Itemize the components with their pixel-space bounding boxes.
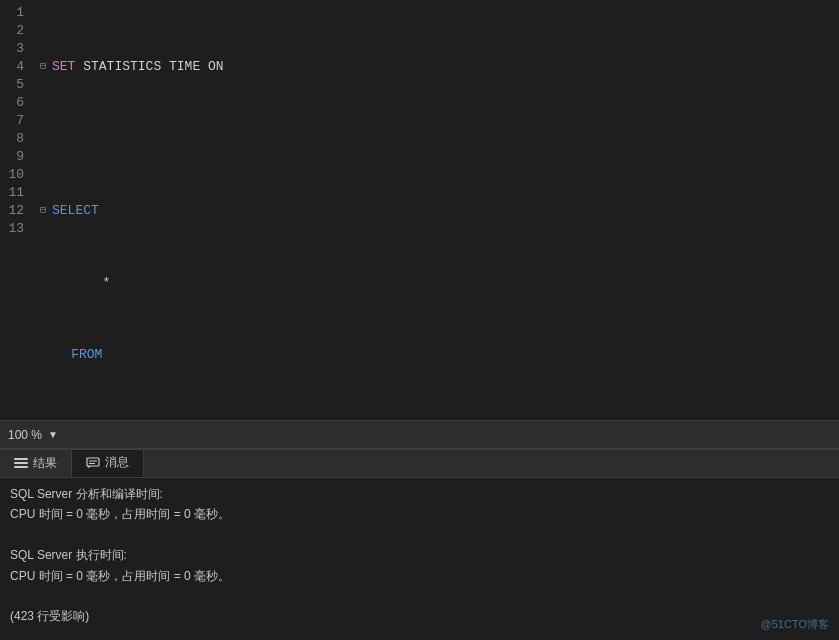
kw-from-1: FROM: [40, 346, 102, 364]
code-lines[interactable]: ⊟ SET STATISTICS TIME ON ⊟ SELECT * FROM: [32, 4, 839, 420]
code-container: 1 2 3 4 5 6 7 8 9 10 11 12 13 ⊟ SET STAT…: [0, 0, 839, 420]
kw-set: SET: [52, 58, 75, 76]
tab-messages-label: 消息: [105, 454, 129, 471]
line-num-7: 7: [0, 112, 24, 130]
msg-line-8: [10, 627, 829, 640]
fold-icon-1[interactable]: ⊟: [40, 58, 52, 76]
msg-line-1: SQL Server 分析和编译时间:: [10, 484, 829, 504]
msg-line-7: (423 行受影响): [10, 606, 829, 626]
tab-results[interactable]: 结果: [0, 450, 72, 477]
code-line-1: ⊟ SET STATISTICS TIME ON: [40, 58, 839, 76]
msg-line-6: [10, 586, 829, 606]
zoom-dropdown[interactable]: ▼: [46, 429, 60, 440]
code-line-5: FROM: [40, 346, 839, 364]
editor-area: 1 2 3 4 5 6 7 8 9 10 11 12 13 ⊟ SET STAT…: [0, 0, 839, 420]
line-num-9: 9: [0, 148, 24, 166]
svg-rect-2: [14, 466, 28, 468]
line-num-12: 12: [0, 202, 24, 220]
code-line-3: ⊟ SELECT: [40, 202, 839, 220]
line-num-6: 6: [0, 94, 24, 112]
svg-rect-0: [14, 458, 28, 460]
tab-messages[interactable]: 消息: [72, 450, 144, 477]
messages-icon: [86, 457, 100, 469]
results-content[interactable]: SQL Server 分析和编译时间: CPU 时间 = 0 毫秒，占用时间 =…: [0, 478, 839, 640]
line-num-4: 4: [0, 58, 24, 76]
code-star: *: [40, 274, 110, 292]
results-panel: 结果 消息 SQL Server 分析和编译时间: CPU 时间 = 0 毫秒，…: [0, 448, 839, 640]
zoom-level: 100 %: [8, 428, 42, 442]
line-num-1: 1: [0, 4, 24, 22]
code-line-2: [40, 130, 839, 148]
code-line-6: (: [40, 418, 839, 420]
line-num-5: 5: [0, 76, 24, 94]
code-paren-open: (: [40, 418, 110, 420]
svg-rect-1: [14, 462, 28, 464]
svg-rect-3: [87, 458, 99, 466]
msg-line-2: CPU 时间 = 0 毫秒，占用时间 = 0 毫秒。: [10, 504, 829, 524]
line-num-11: 11: [0, 184, 24, 202]
code-line-4: *: [40, 274, 839, 292]
line-num-8: 8: [0, 130, 24, 148]
kw-select-1: SELECT: [52, 202, 99, 220]
msg-line-5: CPU 时间 = 0 毫秒，占用时间 = 0 毫秒。: [10, 566, 829, 586]
msg-line-3: [10, 525, 829, 545]
line-num-3: 3: [0, 40, 24, 58]
tab-results-label: 结果: [33, 455, 57, 472]
bottom-bar: 100 % ▼: [0, 420, 839, 448]
line-numbers: 1 2 3 4 5 6 7 8 9 10 11 12 13: [0, 4, 32, 420]
msg-line-4: SQL Server 执行时间:: [10, 545, 829, 565]
line-num-2: 2: [0, 22, 24, 40]
results-tabs: 结果 消息: [0, 450, 839, 478]
results-icon: [14, 458, 28, 470]
line-num-13: 13: [0, 220, 24, 238]
fold-icon-3[interactable]: ⊟: [40, 202, 52, 220]
watermark: @51CTO博客: [761, 615, 829, 634]
line-num-10: 10: [0, 166, 24, 184]
code-statistics: STATISTICS TIME ON: [75, 58, 223, 76]
